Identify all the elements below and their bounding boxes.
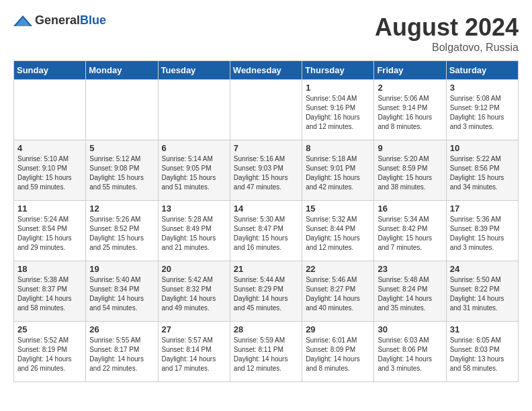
- calendar-cell: 20Sunrise: 5:42 AM Sunset: 8:32 PM Dayli…: [158, 261, 230, 322]
- day-info: Sunrise: 5:08 AM Sunset: 9:12 PM Dayligh…: [450, 94, 515, 132]
- day-number: 18: [17, 264, 82, 274]
- calendar-week-row: 18Sunrise: 5:38 AM Sunset: 8:37 PM Dayli…: [14, 261, 519, 322]
- day-info: Sunrise: 5:10 AM Sunset: 9:10 PM Dayligh…: [17, 154, 82, 192]
- day-info: Sunrise: 5:04 AM Sunset: 9:16 PM Dayligh…: [306, 94, 370, 132]
- calendar-cell: 8Sunrise: 5:18 AM Sunset: 9:01 PM Daylig…: [302, 140, 374, 201]
- calendar-cell: 16Sunrise: 5:34 AM Sunset: 8:42 PM Dayli…: [374, 201, 446, 261]
- day-info: Sunrise: 5:36 AM Sunset: 8:39 PM Dayligh…: [450, 215, 515, 253]
- title-area: August 2024 Bolgatovo, Russia: [375, 13, 519, 54]
- day-info: Sunrise: 5:18 AM Sunset: 9:01 PM Dayligh…: [306, 154, 370, 192]
- calendar-cell: 17Sunrise: 5:36 AM Sunset: 8:39 PM Dayli…: [446, 201, 518, 261]
- calendar-cell: 1Sunrise: 5:04 AM Sunset: 9:16 PM Daylig…: [302, 80, 374, 140]
- day-number: 8: [306, 143, 370, 153]
- day-info: Sunrise: 5:12 AM Sunset: 9:08 PM Dayligh…: [89, 154, 154, 192]
- day-info: Sunrise: 5:24 AM Sunset: 8:54 PM Dayligh…: [17, 215, 82, 253]
- day-number: 30: [378, 324, 442, 334]
- calendar-cell: [230, 80, 302, 140]
- weekday-header: Saturday: [446, 61, 518, 80]
- calendar-week-row: 4Sunrise: 5:10 AM Sunset: 9:10 PM Daylig…: [14, 140, 519, 201]
- day-number: 13: [162, 203, 226, 214]
- calendar-cell: 18Sunrise: 5:38 AM Sunset: 8:37 PM Dayli…: [14, 261, 86, 322]
- calendar-cell: 13Sunrise: 5:28 AM Sunset: 8:49 PM Dayli…: [158, 201, 230, 261]
- weekday-header: Wednesday: [230, 61, 302, 80]
- calendar-cell: 25Sunrise: 5:52 AM Sunset: 8:19 PM Dayli…: [14, 322, 86, 382]
- calendar-cell: 24Sunrise: 5:50 AM Sunset: 8:22 PM Dayli…: [446, 261, 518, 322]
- day-info: Sunrise: 5:44 AM Sunset: 8:29 PM Dayligh…: [234, 275, 298, 313]
- calendar-week-row: 1Sunrise: 5:04 AM Sunset: 9:16 PM Daylig…: [14, 80, 519, 140]
- calendar-cell: 27Sunrise: 5:57 AM Sunset: 8:14 PM Dayli…: [158, 322, 230, 382]
- day-info: Sunrise: 5:48 AM Sunset: 8:24 PM Dayligh…: [378, 275, 442, 313]
- day-number: 14: [234, 203, 298, 214]
- day-info: Sunrise: 5:52 AM Sunset: 8:19 PM Dayligh…: [17, 336, 82, 373]
- logo-blue-text: Blue: [80, 13, 106, 27]
- day-number: 6: [162, 143, 226, 153]
- calendar-cell: 22Sunrise: 5:46 AM Sunset: 8:27 PM Dayli…: [302, 261, 374, 322]
- day-number: 2: [378, 83, 442, 93]
- day-info: Sunrise: 5:22 AM Sunset: 8:56 PM Dayligh…: [450, 154, 515, 192]
- day-info: Sunrise: 5:34 AM Sunset: 8:42 PM Dayligh…: [378, 215, 442, 253]
- day-number: 19: [89, 264, 154, 274]
- logo-general-text: General: [35, 13, 80, 27]
- day-info: Sunrise: 5:26 AM Sunset: 8:52 PM Dayligh…: [89, 215, 154, 253]
- calendar-cell: 26Sunrise: 5:55 AM Sunset: 8:17 PM Dayli…: [86, 322, 158, 382]
- calendar-cell: [14, 80, 86, 140]
- calendar-cell: 15Sunrise: 5:32 AM Sunset: 8:44 PM Dayli…: [302, 201, 374, 261]
- day-number: 10: [450, 143, 515, 153]
- logo: GeneralBlue: [13, 13, 106, 28]
- calendar-cell: 30Sunrise: 6:03 AM Sunset: 8:06 PM Dayli…: [374, 322, 446, 382]
- calendar-cell: 3Sunrise: 5:08 AM Sunset: 9:12 PM Daylig…: [446, 80, 518, 140]
- calendar-cell: 19Sunrise: 5:40 AM Sunset: 8:34 PM Dayli…: [86, 261, 158, 322]
- location-title: Bolgatovo, Russia: [375, 42, 519, 54]
- calendar-cell: 5Sunrise: 5:12 AM Sunset: 9:08 PM Daylig…: [86, 140, 158, 201]
- calendar-cell: 28Sunrise: 5:59 AM Sunset: 8:11 PM Dayli…: [230, 322, 302, 382]
- calendar-cell: 14Sunrise: 5:30 AM Sunset: 8:47 PM Dayli…: [230, 201, 302, 261]
- day-info: Sunrise: 5:55 AM Sunset: 8:17 PM Dayligh…: [89, 336, 154, 373]
- day-number: 5: [89, 143, 154, 153]
- day-info: Sunrise: 5:32 AM Sunset: 8:44 PM Dayligh…: [306, 215, 370, 253]
- day-number: 15: [306, 203, 370, 214]
- month-title: August 2024: [375, 13, 519, 42]
- day-number: 3: [450, 83, 515, 93]
- day-number: 27: [162, 324, 226, 334]
- day-info: Sunrise: 5:16 AM Sunset: 9:03 PM Dayligh…: [234, 154, 298, 192]
- weekday-header: Friday: [374, 61, 446, 80]
- calendar-cell: 6Sunrise: 5:14 AM Sunset: 9:05 PM Daylig…: [158, 140, 230, 201]
- day-info: Sunrise: 6:05 AM Sunset: 8:03 PM Dayligh…: [450, 336, 515, 373]
- calendar-cell: 10Sunrise: 5:22 AM Sunset: 8:56 PM Dayli…: [446, 140, 518, 201]
- day-number: 24: [450, 264, 515, 274]
- day-number: 1: [306, 83, 370, 93]
- calendar-cell: 23Sunrise: 5:48 AM Sunset: 8:24 PM Dayli…: [374, 261, 446, 322]
- day-number: 23: [378, 264, 442, 274]
- calendar-week-row: 25Sunrise: 5:52 AM Sunset: 8:19 PM Dayli…: [14, 322, 519, 382]
- day-info: Sunrise: 5:59 AM Sunset: 8:11 PM Dayligh…: [234, 336, 298, 373]
- day-info: Sunrise: 6:01 AM Sunset: 8:09 PM Dayligh…: [306, 336, 370, 373]
- day-number: 20: [162, 264, 226, 274]
- day-info: Sunrise: 5:57 AM Sunset: 8:14 PM Dayligh…: [162, 336, 226, 373]
- day-info: Sunrise: 5:28 AM Sunset: 8:49 PM Dayligh…: [162, 215, 226, 253]
- weekday-header-row: SundayMondayTuesdayWednesdayThursdayFrid…: [14, 61, 519, 80]
- day-number: 7: [234, 143, 298, 153]
- calendar-table: SundayMondayTuesdayWednesdayThursdayFrid…: [13, 60, 519, 382]
- day-number: 16: [378, 203, 442, 214]
- calendar-cell: 12Sunrise: 5:26 AM Sunset: 8:52 PM Dayli…: [86, 201, 158, 261]
- logo-icon: [13, 14, 32, 28]
- day-number: 22: [306, 264, 370, 274]
- calendar-cell: [158, 80, 230, 140]
- calendar-cell: 21Sunrise: 5:44 AM Sunset: 8:29 PM Dayli…: [230, 261, 302, 322]
- weekday-header: Thursday: [302, 61, 374, 80]
- calendar-cell: [86, 80, 158, 140]
- day-number: 29: [306, 324, 370, 334]
- day-number: 12: [89, 203, 154, 214]
- weekday-header: Sunday: [14, 61, 86, 80]
- day-number: 28: [234, 324, 298, 334]
- day-number: 21: [234, 264, 298, 274]
- day-info: Sunrise: 5:38 AM Sunset: 8:37 PM Dayligh…: [17, 275, 82, 313]
- calendar-cell: 4Sunrise: 5:10 AM Sunset: 9:10 PM Daylig…: [14, 140, 86, 201]
- page-header: GeneralBlue August 2024 Bolgatovo, Russi…: [13, 13, 519, 54]
- weekday-header: Monday: [86, 61, 158, 80]
- day-info: Sunrise: 5:30 AM Sunset: 8:47 PM Dayligh…: [234, 215, 298, 253]
- day-number: 26: [89, 324, 154, 334]
- day-number: 25: [17, 324, 82, 334]
- day-number: 4: [17, 143, 82, 153]
- calendar-cell: 2Sunrise: 5:06 AM Sunset: 9:14 PM Daylig…: [374, 80, 446, 140]
